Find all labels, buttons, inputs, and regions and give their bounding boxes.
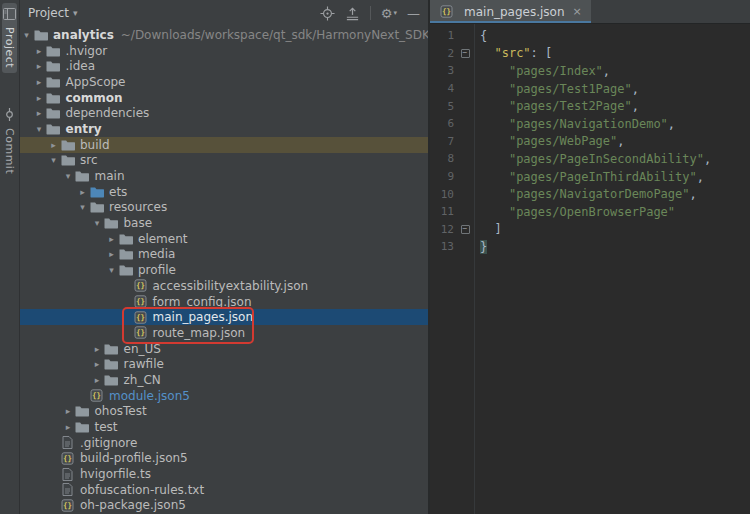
tree-row-build-profile-json5[interactable]: {}build-profile.json5 [20,451,428,467]
chevron-collapsed-icon[interactable]: ▸ [91,344,104,354]
code-token: ] [494,222,501,236]
tree-row-common[interactable]: ▸common [20,90,428,106]
tree-label: analytics [53,28,114,42]
settings-gear-icon[interactable]: ⚙▾ [381,7,397,20]
folder-icon [118,248,133,260]
code-token: , [632,82,639,96]
chevron-expanded-icon[interactable]: ▾ [33,124,46,134]
tree-row-analytics[interactable]: ▾analytics~/Downloads/workspace/qt_sdk/H… [20,27,428,43]
chevron-collapsed-icon[interactable]: ▸ [62,422,75,432]
code-token [480,222,494,236]
tree-row-hvigor[interactable]: ▸.hvigor [20,43,428,59]
chevron-collapsed-icon[interactable]: ▸ [105,249,118,259]
folder-icon [104,343,119,355]
tree-row-gitignore[interactable]: .gitignore [20,435,428,451]
chevron-collapsed-icon[interactable]: ▸ [47,140,60,150]
code-line-6: 6 "pages/NavigationDemo", [430,115,750,133]
tree-row-form-config-json[interactable]: {}form_config.json [20,294,428,310]
tree-row-build[interactable]: ▸build [20,137,428,153]
project-view-selector[interactable]: Project ▾ [28,6,78,20]
code-line-5: 5 "pages/Test2Page", [430,97,750,115]
tree-label: ohosTest [95,404,147,418]
tree-row-oh-package-json5[interactable]: {}oh-package.json5 [20,498,428,514]
folder-icon [60,154,75,166]
tree-row-ohostest[interactable]: ▸ohosTest [20,404,428,420]
tree-row-rawfile[interactable]: ▸rawfile [20,356,428,372]
close-tab-icon[interactable]: × [573,5,582,18]
chevron-expanded-icon[interactable]: ▾ [62,171,75,181]
fold-region-gutter: − [456,49,474,58]
code-text: "pages/Index", [480,64,610,78]
folder-icon [46,107,61,119]
tree-row-route-map-json[interactable]: {}route_map.json [20,325,428,341]
chevron-down-icon: ▾ [393,10,397,17]
tree-row-zh-cn[interactable]: ▸zh_CN [20,372,428,388]
chevron-collapsed-icon[interactable]: ▸ [33,77,46,87]
svg-text:{}: {} [135,313,144,322]
tree-label: test [95,420,118,434]
fold-collapse-icon[interactable]: − [461,49,470,58]
tree-row-main-pages-json[interactable]: {}main_pages.json [20,309,428,325]
code-text: ] [480,222,502,236]
chevron-collapsed-icon[interactable]: ▸ [91,359,104,369]
tool-window-button-project[interactable]: Project [2,3,17,73]
tool-window-button-commit[interactable]: Commit [2,103,17,179]
editor-tab-main-pages-json[interactable]: {} main_pages.json × [430,0,591,23]
tool-window-label: Commit [3,128,16,174]
svg-text:{}: {} [63,501,72,510]
fold-collapse-icon[interactable]: − [461,225,470,234]
tree-row-module-json5[interactable]: {}module.json5 [20,388,428,404]
chevron-collapsed-icon[interactable]: ▸ [105,234,118,244]
chevron-collapsed-icon[interactable]: ▸ [62,406,75,416]
tree-row-test[interactable]: ▸test [20,419,428,435]
folder-icon [118,264,133,276]
project-tool-icon [3,8,16,23]
chevron-expanded-icon[interactable]: ▾ [76,202,89,212]
collapse-all-icon[interactable] [345,6,360,21]
tree-row-base[interactable]: ▾base [20,215,428,231]
tree-row-appscope[interactable]: ▸AppScope [20,74,428,90]
tree-label: .hvigor [66,44,108,58]
chevron-collapsed-icon[interactable]: ▸ [33,46,46,56]
tree-row-accessibilityextability-json[interactable]: {}accessibilityextability.json [20,278,428,294]
json-file-icon: {} [133,295,148,308]
tree-row-profile[interactable]: ▾profile [20,262,428,278]
chevron-expanded-icon[interactable]: ▾ [105,265,118,275]
chevron-expanded-icon[interactable]: ▾ [20,30,33,40]
code-line-11: 11 "pages/OpenBrowserPage" [430,203,750,221]
tree-row-obfuscation-rules-txt[interactable]: obfuscation-rules.txt [20,482,428,498]
code-line-7: 7 "pages/WebPage", [430,133,750,151]
chevron-expanded-icon[interactable]: ▾ [91,218,104,228]
locate-file-icon[interactable] [320,6,335,21]
tree-row-media[interactable]: ▸media [20,247,428,263]
gear-glyph: ⚙ [381,7,393,20]
line-number: 8 [430,152,456,165]
line-number: 1 [430,29,456,42]
tree-row-entry[interactable]: ▾entry [20,121,428,137]
tree-row-resources[interactable]: ▾resources [20,200,428,216]
tree-row-ets[interactable]: ▸ets [20,184,428,200]
folder-icon [46,92,61,104]
tree-row-dependencies[interactable]: ▸dependencies [20,105,428,121]
tree-row-en-us[interactable]: ▸en_US [20,341,428,357]
code-token: { [480,29,487,43]
hide-panel-icon[interactable]: — [407,7,420,20]
chevron-collapsed-icon[interactable]: ▸ [33,61,46,71]
folder-icon [46,123,61,135]
code-editor[interactable]: 1{2− "src": [3 "pages/Index",4 "pages/Te… [430,24,750,514]
json-file-icon: {} [60,499,75,512]
code-token: "pages/WebPage" [509,134,617,148]
chevron-collapsed-icon[interactable]: ▸ [33,108,46,118]
tree-row-hvigorfile-ts[interactable]: hvigorfile.ts [20,466,428,482]
tree-row-idea[interactable]: ▸.idea [20,58,428,74]
chevron-expanded-icon[interactable]: ▾ [47,155,60,165]
chevron-collapsed-icon[interactable]: ▸ [91,375,104,385]
text-file-icon [60,483,75,496]
tree-row-src[interactable]: ▾src [20,153,428,169]
tree-row-main[interactable]: ▾main [20,168,428,184]
chevron-collapsed-icon[interactable]: ▸ [33,93,46,103]
chevron-collapsed-icon[interactable]: ▸ [76,187,89,197]
code-token: , [668,117,675,131]
tree-row-element[interactable]: ▸element [20,231,428,247]
code-line-3: 3 "pages/Index", [430,62,750,80]
